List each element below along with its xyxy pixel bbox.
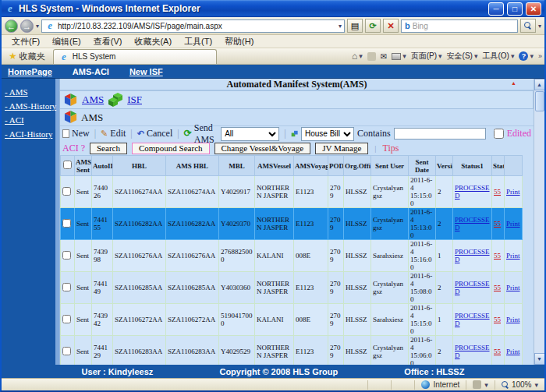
mail-button[interactable]: ✉ bbox=[381, 52, 387, 61]
cell-org_office: HLSSZ bbox=[344, 208, 371, 240]
back-button[interactable]: ← bbox=[5, 19, 18, 33]
url-field[interactable]: e http://210.83.232.109/AMS/ISF/page/mai… bbox=[41, 19, 345, 33]
contains-input[interactable] bbox=[394, 128, 486, 139]
menu-item[interactable]: 收藏夹(A) bbox=[129, 35, 177, 48]
ams-module-link[interactable]: AMS bbox=[82, 94, 104, 106]
search-button[interactable] bbox=[520, 19, 536, 33]
tools-menu-button[interactable]: 工具(O)▾ bbox=[482, 51, 514, 62]
menu-item[interactable]: 工具(T) bbox=[179, 35, 218, 48]
stop-button[interactable]: ✕ bbox=[383, 19, 399, 33]
minimize-button[interactable]: ─ bbox=[488, 2, 504, 16]
compatibility-button[interactable]: ▤ bbox=[347, 19, 363, 33]
status2-link[interactable]: 55 bbox=[494, 220, 501, 228]
search-grid-button[interactable]: Search bbox=[90, 143, 127, 154]
url-dropdown-icon[interactable]: ▾ bbox=[339, 23, 342, 30]
row-checkbox[interactable] bbox=[62, 219, 71, 228]
isf-module-link[interactable]: ISF bbox=[127, 94, 142, 106]
forward-button[interactable]: → bbox=[20, 19, 34, 33]
table-row[interactable]: Sent744026SZA1106274AASZA1106274AAY40299… bbox=[61, 176, 523, 208]
sidebar-item--aci[interactable]: - ACI bbox=[2, 113, 55, 127]
tips-label[interactable]: Tips bbox=[383, 143, 399, 154]
menu-item[interactable]: 文件(F) bbox=[6, 35, 45, 48]
cell-ams_hbl: SZA1106285AA bbox=[166, 272, 219, 304]
compound-search-button[interactable]: Compound Search bbox=[132, 143, 210, 154]
safety-menu-button[interactable]: 安全(S)▾ bbox=[447, 51, 478, 62]
footer-user: User : Kindyleesz bbox=[82, 367, 154, 376]
protected-mode-button[interactable]: ▾ bbox=[466, 380, 495, 390]
page-menu-button[interactable]: 页面(P)▾ bbox=[411, 51, 442, 62]
print-link[interactable]: Print bbox=[506, 220, 520, 228]
status2-link[interactable]: 55 bbox=[494, 284, 501, 291]
status1-link[interactable]: PROCESSED bbox=[455, 280, 490, 295]
separator bbox=[373, 143, 378, 153]
scroll-up-icon[interactable]: ▲ bbox=[534, 79, 545, 90]
overflow-chevron-icon[interactable]: » bbox=[538, 52, 542, 60]
edited-checkbox[interactable] bbox=[494, 129, 504, 139]
row-checkbox[interactable] bbox=[62, 251, 71, 260]
new-button[interactable]: New bbox=[62, 128, 90, 139]
table-row[interactable]: Sent744129SZA1106283AASZA1106283AAY40295… bbox=[61, 336, 523, 366]
row-checkbox[interactable] bbox=[62, 283, 71, 291]
status2-link[interactable]: 55 bbox=[494, 348, 501, 355]
close-button[interactable]: ✕ bbox=[526, 2, 541, 16]
edit-button[interactable]: ✎Edit bbox=[101, 128, 126, 139]
print-button[interactable]: ▾ bbox=[392, 52, 406, 60]
row-checkbox[interactable] bbox=[62, 187, 71, 196]
print-link[interactable]: Print bbox=[506, 284, 520, 291]
nav-item-new-isf[interactable]: New ISF bbox=[129, 67, 163, 76]
row-checkbox[interactable] bbox=[62, 347, 71, 355]
nav-item-homepage[interactable]: HomePage bbox=[8, 67, 52, 76]
printer-icon bbox=[392, 53, 401, 60]
aci-label[interactable]: ACI ? bbox=[62, 143, 85, 154]
sidebar-item--ams[interactable]: - AMS bbox=[2, 85, 55, 99]
cancel-button[interactable]: ↶Cancel bbox=[137, 128, 173, 139]
favorites-button[interactable]: ★ 收藏夹 bbox=[4, 50, 50, 63]
zoom-control[interactable]: 100% ▾ bbox=[495, 380, 544, 390]
table-row[interactable]: Sent743998SZA1106276AASZA1106276AA276882… bbox=[61, 240, 523, 272]
column-header: Org.Office bbox=[344, 156, 371, 176]
scroll-down-icon[interactable]: ▼ bbox=[534, 353, 545, 365]
history-dropdown-icon[interactable]: ▾ bbox=[36, 23, 39, 30]
row-checkbox[interactable] bbox=[62, 315, 71, 323]
print-link[interactable]: Print bbox=[506, 348, 520, 355]
help-button[interactable]: ?▾ bbox=[519, 51, 534, 61]
jv-manage-button[interactable]: JV Manage bbox=[315, 143, 368, 154]
cell-print: Print bbox=[505, 304, 523, 336]
search-input[interactable]: b Bing bbox=[401, 19, 518, 33]
status1-link[interactable]: PROCESSED bbox=[455, 216, 490, 231]
menu-item[interactable]: 编辑(E) bbox=[47, 35, 87, 48]
refresh-button[interactable]: ⟳ bbox=[365, 19, 381, 33]
table-row[interactable]: Sent744155SZA1106282AASZA1106282AAY40293… bbox=[61, 208, 523, 240]
sidebar-item--ams-history[interactable]: - AMS-History bbox=[2, 99, 55, 113]
status2-link[interactable]: 55 bbox=[494, 188, 501, 196]
status1-link[interactable]: PROCESSED bbox=[455, 184, 490, 200]
cell-voyage: E1123 bbox=[294, 176, 328, 208]
home-button[interactable]: ⌂▾ bbox=[352, 51, 363, 62]
cell-auto_id: 744155 bbox=[92, 208, 113, 240]
scrollbar-thumb[interactable] bbox=[535, 91, 544, 111]
menu-item[interactable]: 查看(V) bbox=[88, 35, 128, 48]
status1-link[interactable]: PROCESSED bbox=[455, 312, 490, 327]
status1-link[interactable]: PROCESSED bbox=[455, 344, 490, 359]
menu-item[interactable]: 帮助(H) bbox=[219, 35, 259, 48]
select-all-checkbox[interactable] bbox=[63, 161, 72, 169]
zoom-magnifier-icon bbox=[502, 381, 509, 388]
search-options-icon[interactable]: ▾ bbox=[538, 23, 541, 30]
sidebar-item--aci-history[interactable]: - ACI-History bbox=[2, 127, 55, 141]
bill-type-select[interactable]: House Bill bbox=[301, 127, 354, 141]
table-row[interactable]: Sent743942SZA1106272AASZA1106272AA519041… bbox=[61, 304, 523, 336]
table-row[interactable]: Sent744149SZA1106285AASZA1106285AAY40303… bbox=[61, 272, 523, 304]
nav-item-ams-aci[interactable]: AMS-ACI bbox=[73, 67, 109, 76]
feeds-button[interactable] bbox=[367, 52, 376, 61]
tab-hls-system[interactable]: e HLS System bbox=[53, 49, 217, 64]
status2-link[interactable]: 55 bbox=[494, 316, 501, 323]
change-vessel-button[interactable]: Change Vessel&Voyage bbox=[214, 143, 311, 154]
print-link[interactable]: Print bbox=[506, 188, 520, 196]
maximize-button[interactable]: □ bbox=[507, 2, 523, 16]
print-link[interactable]: Print bbox=[506, 316, 520, 323]
print-link[interactable]: Print bbox=[506, 252, 520, 260]
vertical-scrollbar[interactable]: ▲ ▼ bbox=[534, 79, 544, 365]
send-filter-select[interactable]: All bbox=[221, 127, 279, 141]
status1-link[interactable]: PROCESSED bbox=[455, 248, 490, 263]
status2-link[interactable]: 55 bbox=[494, 252, 501, 260]
